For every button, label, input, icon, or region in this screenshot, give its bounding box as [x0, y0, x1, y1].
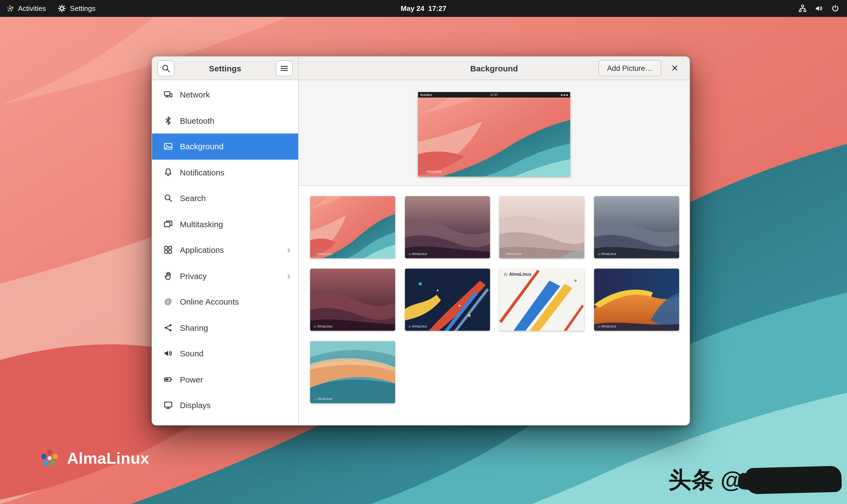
- sidebar-item-label: Displays: [180, 401, 211, 410]
- sidebar-item-label: Bluetooth: [180, 116, 214, 125]
- app-menu-button[interactable]: Settings: [52, 0, 102, 17]
- wallpaper-thumbnail-8[interactable]: AlmaLinux: [594, 269, 679, 331]
- sidebar-item-label: Applications: [180, 246, 224, 255]
- share-icon: [163, 323, 173, 332]
- sidebar-item-network[interactable]: Network: [152, 82, 298, 108]
- app-grid-icon: [163, 246, 173, 255]
- search-icon: [163, 194, 173, 203]
- preview-area: Activities 17:27 AlmaLinux: [299, 80, 689, 186]
- watermark: 头条 @: [669, 465, 842, 495]
- power-icon: [831, 4, 840, 13]
- sidebar-item-online-accounts[interactable]: @ Online Accounts: [152, 289, 298, 314]
- multitasking-icon: [163, 220, 173, 229]
- sidebar-item-notifications[interactable]: Notifications: [152, 159, 298, 185]
- activities-label: Activities: [18, 4, 46, 13]
- wallpaper-art: [310, 196, 395, 258]
- sidebar-title: Settings: [174, 64, 276, 73]
- volume-icon: [815, 4, 823, 13]
- settings-sidebar: Settings Network: [152, 57, 299, 425]
- sidebar-item-bluetooth[interactable]: Bluetooth: [152, 108, 298, 133]
- sidebar-list: Network Bluetooth Background: [152, 80, 298, 425]
- monitor-icon: [163, 401, 173, 410]
- sidebar-item-label: Background: [180, 142, 224, 151]
- wallpaper-thumbnail-4[interactable]: AlmaLinux: [594, 196, 679, 258]
- activities-button[interactable]: Activities: [0, 0, 52, 17]
- screen: Activities Settings May 24 17:27: [0, 0, 847, 504]
- sidebar-item-sound[interactable]: Sound: [152, 341, 298, 366]
- at-icon: @: [163, 297, 173, 306]
- top-bar: Activities Settings May 24 17:27: [0, 0, 847, 17]
- distro-logo-icon: [422, 170, 425, 173]
- system-tray[interactable]: [791, 0, 847, 17]
- add-picture-button[interactable]: Add Picture…: [598, 60, 661, 76]
- wallpaper-thumbnail-2[interactable]: AlmaLinux: [405, 196, 490, 258]
- sidebar-item-applications[interactable]: Applications ›: [152, 237, 298, 263]
- sidebar-item-label: Privacy: [180, 271, 207, 281]
- distro-logo-icon: [6, 4, 14, 13]
- wallpaper-art: [405, 269, 490, 331]
- sidebar-item-label: Power: [180, 375, 203, 384]
- thumb-brand: AlmaLinux: [597, 325, 616, 328]
- preview-tray-icons: [561, 94, 568, 96]
- hand-icon: [163, 271, 173, 281]
- bell-icon: [163, 168, 173, 177]
- search-button[interactable]: [158, 60, 174, 76]
- settings-window: Settings Network: [152, 56, 690, 426]
- close-button[interactable]: ×: [666, 59, 684, 77]
- background-icon: [163, 142, 173, 151]
- desktop-brand-text: AlmaLinux: [67, 449, 149, 467]
- sidebar-headerbar: Settings: [152, 57, 298, 80]
- thumb-brand: AlmaLinux: [408, 325, 427, 328]
- sidebar-item-background[interactable]: Background: [152, 133, 298, 159]
- gear-icon: [58, 4, 66, 13]
- sidebar-item-sharing[interactable]: Sharing: [152, 314, 298, 341]
- clock-button[interactable]: May 24 17:27: [395, 0, 452, 17]
- preview-wallpaper: [418, 97, 570, 177]
- wallpaper-art: [499, 269, 584, 331]
- wallpaper-thumbnail-5[interactable]: AlmaLinux: [310, 269, 395, 331]
- preview-brand: AlmaLinux: [422, 170, 442, 173]
- wallpaper-art: [594, 269, 679, 331]
- watermark-text: 头条 @: [669, 465, 743, 495]
- preview-top-bar: Activities 17:27: [418, 92, 570, 97]
- sidebar-item-privacy[interactable]: Privacy ›: [152, 263, 298, 289]
- preview-clock: 17:27: [490, 93, 498, 96]
- wallpaper-art: [594, 196, 679, 258]
- desktop-brand: AlmaLinux: [39, 448, 149, 469]
- search-icon: [161, 64, 171, 73]
- sidebar-item-displays[interactable]: Displays: [152, 392, 298, 418]
- battery-icon: [163, 375, 173, 384]
- wallpaper-art: [310, 341, 395, 403]
- background-panel: Background Add Picture… × Activities 17:…: [299, 57, 689, 425]
- network-icon: [163, 90, 173, 100]
- sidebar-item-label: Notifications: [180, 168, 224, 177]
- wallpaper-grid: AlmaLinux AlmaLinux: [299, 186, 689, 414]
- sidebar-item-label: Sound: [180, 349, 204, 358]
- network-icon: [798, 4, 807, 13]
- watermark-scribble: [745, 466, 842, 494]
- wallpaper-thumbnail-1[interactable]: AlmaLinux: [310, 196, 395, 258]
- content-headerbar: Background Add Picture… ×: [299, 57, 689, 80]
- wallpaper-thumbnail-6[interactable]: AlmaLinux: [405, 269, 490, 331]
- sidebar-item-power[interactable]: Power: [152, 366, 298, 392]
- menu-button[interactable]: [276, 60, 293, 76]
- sidebar-item-multitasking[interactable]: Multitasking: [152, 211, 298, 237]
- wallpaper-thumbnail-7[interactable]: AlmaLinux: [499, 269, 584, 331]
- sidebar-item-search[interactable]: Search: [152, 185, 298, 211]
- thumb-brand: AlmaLinux: [597, 252, 616, 255]
- app-menu-label: Settings: [70, 4, 96, 13]
- sidebar-item-label: Sharing: [180, 323, 208, 332]
- distro-logo-icon: [39, 448, 60, 469]
- preview-activities-label: Activities: [420, 93, 432, 96]
- wallpaper-preview: Activities 17:27 AlmaLinux: [418, 92, 570, 177]
- hamburger-icon: [280, 64, 289, 73]
- wallpaper-art: [405, 196, 490, 258]
- wallpaper-art: [310, 269, 395, 331]
- thumb-brand: AlmaLinux: [313, 397, 333, 400]
- bluetooth-icon: [163, 116, 173, 125]
- wallpaper-thumbnail-3[interactable]: AlmaLinux: [499, 196, 584, 258]
- svg-text:@: @: [164, 297, 172, 306]
- wallpaper-thumbnail-9[interactable]: AlmaLinux: [310, 341, 395, 403]
- sidebar-item-label: Network: [180, 90, 210, 100]
- thumb-brand: AlmaLinux: [408, 252, 427, 255]
